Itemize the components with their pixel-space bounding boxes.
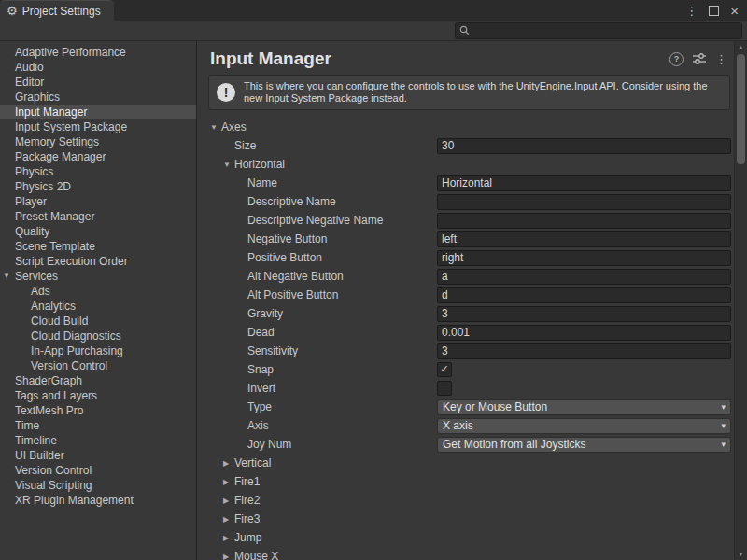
sidebar-item-script-execution-order[interactable]: Script Execution Order — [0, 254, 196, 269]
sidebar-item-textmesh-pro[interactable]: TextMesh Pro — [0, 403, 196, 418]
property-label: Gravity — [247, 307, 283, 320]
sidebar-item-ui-builder[interactable]: UI Builder — [0, 448, 196, 463]
foldout-row-jump[interactable]: ▶Jump — [197, 528, 734, 547]
sidebar-item-label: Quality — [15, 225, 49, 238]
sidebar-item-player[interactable]: Player — [0, 194, 196, 209]
sidebar-item-label: Input Manager — [15, 105, 87, 119]
sidebar-item-version-control[interactable]: Version Control — [0, 463, 196, 478]
checkbox-snap[interactable]: ✓ — [437, 362, 452, 377]
header-kebab-icon[interactable]: ⋮ — [715, 53, 727, 65]
property-label: Positive Button — [247, 251, 322, 264]
property-label: Axes — [221, 120, 247, 133]
sidebar-item-input-system-package[interactable]: Input System Package — [0, 119, 196, 134]
sidebar-item-scene-template[interactable]: Scene Template — [0, 239, 196, 254]
close-icon[interactable]: × — [730, 4, 739, 18]
foldout-row-mouse-x[interactable]: ▶Mouse X — [197, 547, 734, 560]
sidebar-item-in-app-purchasing[interactable]: In-App Purchasing — [0, 343, 196, 358]
maximize-icon[interactable] — [709, 6, 719, 16]
property-row-snap: Snap✓ — [197, 360, 734, 379]
sidebar-item-audio[interactable]: Audio — [0, 60, 196, 75]
foldout-row-fire1[interactable]: ▶Fire1 — [197, 472, 734, 491]
dropdown-joy-num[interactable]: Get Motion from all Joysticks▾ — [437, 437, 731, 453]
sidebar-item-adaptive-performance[interactable]: Adaptive Performance — [0, 45, 196, 60]
property-row-alt-negative-button: Alt Negative Button — [197, 267, 734, 286]
property-row-size: Size — [197, 136, 734, 155]
foldout-arrow-icon[interactable]: ▶ — [223, 497, 234, 505]
presets-icon[interactable] — [693, 53, 706, 64]
sidebar-item-label: Player — [15, 195, 47, 208]
search-input[interactable] — [472, 25, 738, 36]
foldout-arrow-icon[interactable]: ▼ — [3, 269, 10, 284]
property-label: Joy Num — [247, 438, 291, 451]
property-label: Sensitivity — [247, 344, 298, 357]
foldout-arrow-icon[interactable]: ▶ — [223, 459, 234, 468]
dropdown-axis[interactable]: X axis▾ — [437, 418, 731, 434]
tab-project-settings[interactable]: ⚙ Project Settings — [0, 0, 114, 21]
scroll-up-icon[interactable]: ▲ — [735, 41, 747, 53]
sidebar-item-tags-and-layers[interactable]: Tags and Layers — [0, 388, 196, 403]
sidebar-item-visual-scripting[interactable]: Visual Scripting — [0, 478, 196, 493]
sidebar-item-ads[interactable]: Ads — [0, 284, 196, 299]
sidebar-item-timeline[interactable]: Timeline — [0, 433, 196, 448]
sidebar-item-label: Graphics — [15, 91, 60, 104]
sidebar-item-xr-plugin-management[interactable]: XR Plugin Management — [0, 493, 196, 508]
foldout-row-fire2[interactable]: ▶Fire2 — [197, 491, 734, 510]
sidebar-item-services[interactable]: ▼Services — [0, 269, 196, 284]
sidebar-item-memory-settings[interactable]: Memory Settings — [0, 134, 196, 149]
chevron-down-icon: ▾ — [721, 402, 726, 412]
text-field-gravity[interactable] — [437, 306, 731, 322]
foldout-row-horizontal[interactable]: ▼Horizontal — [197, 155, 734, 174]
dropdown-type[interactable]: Key or Mouse Button▾ — [437, 399, 731, 415]
help-icon[interactable]: ? — [669, 52, 684, 66]
sidebar-item-label: Adaptive Performance — [15, 46, 126, 59]
sidebar-item-package-manager[interactable]: Package Manager — [0, 149, 196, 164]
text-field-size[interactable] — [437, 138, 731, 154]
foldout-arrow-icon[interactable]: ▶ — [223, 553, 234, 560]
text-field-alt-negative-button[interactable] — [437, 269, 731, 285]
sidebar-item-input-manager[interactable]: Input Manager — [0, 105, 196, 119]
foldout-row-fire3[interactable]: ▶Fire3 — [197, 510, 734, 528]
foldout-arrow-icon[interactable]: ▶ — [223, 478, 234, 486]
property-label: Horizontal — [234, 158, 285, 171]
foldout-row-vertical[interactable]: ▶Vertical — [197, 454, 734, 472]
text-field-sensitivity[interactable] — [437, 343, 731, 359]
sidebar-item-editor[interactable]: Editor — [0, 75, 196, 90]
window-kebab-icon[interactable]: ⋮ — [685, 5, 698, 17]
property-label: Invert — [247, 382, 275, 395]
text-field-positive-button[interactable] — [437, 250, 731, 266]
property-row-negative-button: Negative Button — [197, 230, 734, 248]
sidebar-item-physics-2d[interactable]: Physics 2D — [0, 179, 196, 194]
scrollbar-thumb[interactable] — [737, 54, 745, 164]
sidebar-item-time[interactable]: Time — [0, 418, 196, 433]
checkbox-invert[interactable] — [437, 381, 452, 396]
sidebar-item-cloud-diagnostics[interactable]: Cloud Diagnostics — [0, 329, 196, 343]
property-label: Size — [234, 139, 256, 152]
text-field-negative-button[interactable] — [437, 231, 731, 247]
foldout-row-axes[interactable]: ▼Axes — [197, 118, 734, 136]
scroll-down-icon[interactable]: ▼ — [735, 548, 747, 560]
sidebar-item-shadergraph[interactable]: ShaderGraph — [0, 373, 196, 388]
sidebar-item-quality[interactable]: Quality — [0, 224, 196, 239]
settings-rows: ▼AxesSize▼HorizontalNameDescriptive Name… — [197, 118, 734, 560]
text-field-descriptive-negative-name[interactable] — [437, 213, 731, 229]
foldout-arrow-icon[interactable]: ▶ — [223, 534, 234, 542]
text-field-descriptive-name[interactable] — [437, 194, 731, 210]
vertical-scrollbar[interactable]: ▲ ▼ — [734, 41, 747, 560]
property-label: Descriptive Name — [247, 195, 336, 208]
text-field-name[interactable] — [437, 175, 731, 191]
sidebar-item-label: Version Control — [15, 464, 92, 477]
text-field-alt-positive-button[interactable] — [437, 287, 731, 303]
foldout-arrow-icon[interactable]: ▶ — [223, 515, 234, 524]
sidebar-item-version-control[interactable]: Version Control — [0, 358, 196, 373]
sidebar-item-analytics[interactable]: Analytics — [0, 299, 196, 314]
sidebar-item-cloud-build[interactable]: Cloud Build — [0, 314, 196, 329]
sidebar-item-graphics[interactable]: Graphics — [0, 90, 196, 105]
text-field-dead[interactable] — [437, 325, 731, 341]
sidebar-item-preset-manager[interactable]: Preset Manager — [0, 209, 196, 224]
sidebar-item-physics[interactable]: Physics — [0, 164, 196, 179]
helpbox: ! This is where you can configure the co… — [208, 75, 730, 110]
sidebar-item-label: Timeline — [15, 434, 57, 447]
search-field[interactable] — [455, 22, 742, 39]
foldout-arrow-icon[interactable]: ▼ — [223, 161, 234, 169]
foldout-arrow-icon[interactable]: ▼ — [210, 123, 221, 132]
